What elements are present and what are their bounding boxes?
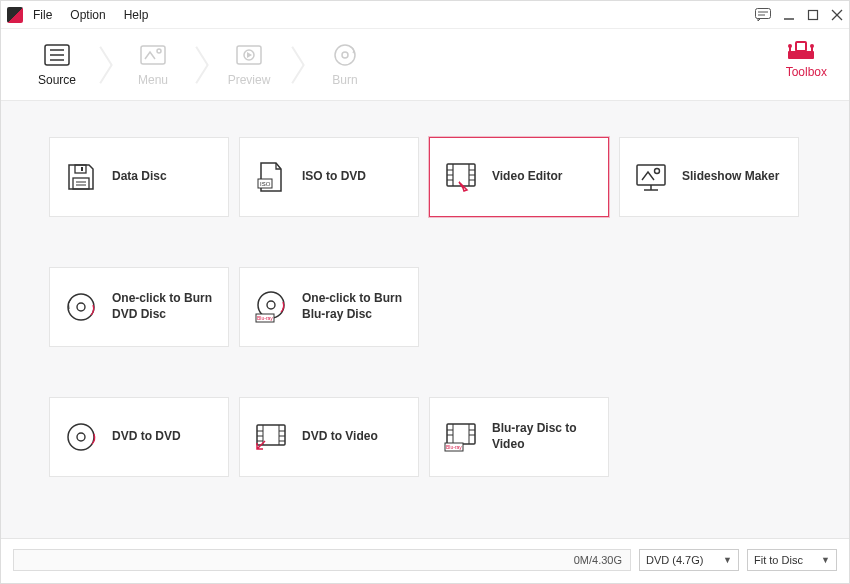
card-label: Slideshow Maker: [682, 169, 779, 185]
svg-point-44: [77, 303, 85, 311]
tool-grid: Data Disc ISO ISO to DVD Video Editor Sl…: [49, 137, 801, 477]
burn-icon: [333, 43, 357, 67]
card-oneclick-bluray[interactable]: Blu-ray One-click to Burn Blu-ray Disc: [239, 267, 419, 347]
preview-icon: [236, 43, 262, 67]
menu-step-icon: [140, 43, 166, 67]
svg-rect-51: [257, 425, 285, 445]
svg-point-46: [267, 301, 275, 309]
toolbox-button[interactable]: Toolbox: [786, 37, 827, 79]
svg-rect-0: [756, 8, 771, 18]
step-preview[interactable]: Preview: [211, 43, 287, 87]
step-burn[interactable]: Burn: [307, 43, 383, 87]
disc-burn-icon: [64, 290, 98, 324]
card-iso-to-dvd[interactable]: ISO ISO to DVD: [239, 137, 419, 217]
svg-rect-24: [81, 167, 83, 171]
feedback-icon[interactable]: [755, 8, 771, 22]
maximize-icon[interactable]: [807, 9, 819, 21]
card-oneclick-dvd[interactable]: One-click to Burn DVD Disc: [49, 267, 229, 347]
svg-point-22: [810, 44, 814, 48]
step-menu[interactable]: Menu: [115, 43, 191, 87]
step-label: Source: [38, 73, 76, 87]
bluray-to-video-icon: Blu-ray: [444, 420, 478, 454]
minimize-icon[interactable]: [783, 9, 795, 21]
chevron-icon: [95, 45, 115, 85]
step-bar: Source Menu Preview Burn Toolbox: [1, 29, 849, 101]
chevron-icon: [287, 45, 307, 85]
card-bluray-to-video[interactable]: Blu-ray Blu-ray Disc to Video: [429, 397, 609, 477]
card-data-disc[interactable]: Data Disc: [49, 137, 229, 217]
svg-rect-25: [73, 178, 89, 189]
svg-point-50: [77, 433, 85, 441]
close-icon[interactable]: [831, 9, 843, 21]
app-logo-icon: [7, 7, 23, 23]
svg-rect-18: [796, 42, 806, 51]
disc-copy-icon: [64, 420, 98, 454]
step-label: Menu: [138, 73, 168, 87]
card-label: One-click to Burn Blu-ray Disc: [302, 291, 406, 322]
card-label: DVD to DVD: [112, 429, 181, 445]
iso-file-icon: ISO: [254, 160, 288, 194]
svg-rect-23: [75, 165, 86, 173]
card-video-editor[interactable]: Video Editor: [429, 137, 609, 217]
disc-usage-display: 0M/4.30G: [13, 549, 631, 571]
disc-type-value: DVD (4.7G): [646, 554, 703, 566]
svg-point-16: [342, 52, 348, 58]
floppy-icon: [64, 160, 98, 194]
card-label: Blu-ray Disc to Video: [492, 421, 596, 452]
main-area: Data Disc ISO ISO to DVD Video Editor Sl…: [1, 101, 849, 539]
card-dvd-to-dvd[interactable]: DVD to DVD: [49, 397, 229, 477]
card-label: Data Disc: [112, 169, 167, 185]
svg-rect-60: [447, 424, 475, 444]
disc-type-select[interactable]: DVD (4.7G) ▼: [639, 549, 739, 571]
svg-point-40: [655, 169, 660, 174]
dvd-to-video-icon: [254, 420, 288, 454]
svg-point-12: [157, 49, 161, 53]
card-slideshow-maker[interactable]: Slideshow Maker: [619, 137, 799, 217]
title-bar: File Option Help: [1, 1, 849, 29]
menu-bar: File Option Help: [33, 8, 148, 22]
svg-text:Blu-ray: Blu-ray: [446, 444, 462, 450]
card-label: Video Editor: [492, 169, 562, 185]
card-label: DVD to Video: [302, 429, 378, 445]
toolbox-icon: [786, 37, 827, 61]
svg-point-43: [68, 294, 94, 320]
step-source[interactable]: Source: [19, 43, 95, 87]
svg-rect-4: [809, 10, 818, 19]
card-label: ISO to DVD: [302, 169, 366, 185]
source-icon: [44, 43, 70, 67]
step-label: Preview: [228, 73, 271, 87]
video-editor-icon: [444, 160, 478, 194]
fit-mode-value: Fit to Disc: [754, 554, 803, 566]
svg-rect-17: [788, 51, 814, 59]
fit-mode-select[interactable]: Fit to Disc ▼: [747, 549, 837, 571]
caret-down-icon: ▼: [723, 555, 732, 565]
svg-text:ISO: ISO: [260, 181, 271, 187]
bluray-burn-icon: Blu-ray: [254, 290, 288, 324]
card-dvd-to-video[interactable]: DVD to Video: [239, 397, 419, 477]
bottom-bar: 0M/4.30G DVD (4.7G) ▼ Fit to Disc ▼: [1, 539, 849, 581]
step-label: Burn: [332, 73, 357, 87]
toolbox-label: Toolbox: [786, 65, 827, 79]
svg-point-21: [788, 44, 792, 48]
disc-usage-text: 0M/4.30G: [574, 554, 622, 566]
menu-file[interactable]: File: [33, 8, 52, 22]
window-controls: [755, 8, 843, 22]
menu-help[interactable]: Help: [124, 8, 149, 22]
caret-down-icon: ▼: [821, 555, 830, 565]
chevron-icon: [191, 45, 211, 85]
svg-point-49: [68, 424, 94, 450]
card-label: One-click to Burn DVD Disc: [112, 291, 216, 322]
svg-text:Blu-ray: Blu-ray: [257, 315, 273, 321]
menu-option[interactable]: Option: [70, 8, 105, 22]
slideshow-icon: [634, 160, 668, 194]
